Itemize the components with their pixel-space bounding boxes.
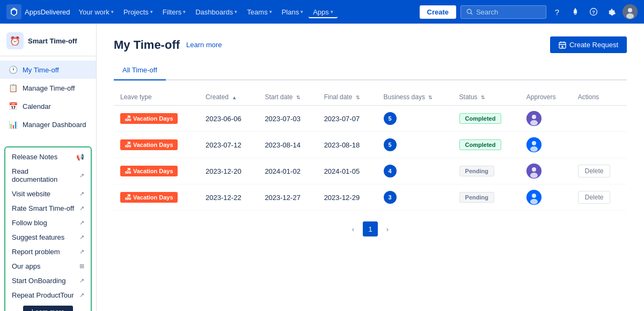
cell-status: Pending	[453, 184, 520, 211]
sidebar-item-suggest-features[interactable]: Suggest features ↗	[5, 230, 91, 245]
cell-created: 2023-06-06	[199, 106, 258, 132]
svg-point-11	[530, 120, 538, 125]
col-approvers: Approvers	[520, 89, 572, 106]
nav-filters[interactable]: Filters ▾	[158, 6, 190, 18]
help-circle-icon[interactable]: ?	[550, 4, 565, 19]
sidebar-item-our-apps[interactable]: Our apps ⊞	[5, 259, 91, 273]
col-final-date[interactable]: Final date ⇅	[318, 89, 377, 106]
svg-point-20	[530, 199, 538, 204]
table-row: 🏖 Vacation Days 2023-06-06 2023-07-03 20…	[114, 106, 627, 132]
sidebar-item-label: Suggest features	[12, 233, 75, 241]
top-navigation: AppsDelivered Your work ▾ Projects ▾ Fil…	[0, 0, 644, 24]
question-icon[interactable]: ?	[586, 4, 601, 19]
announcement-icon: 📢	[76, 153, 84, 161]
sidebar-item-read-docs[interactable]: Read documentation ↗	[5, 164, 91, 187]
learn-more-button[interactable]: Learn more	[23, 306, 73, 311]
business-days-badge: 5	[384, 138, 397, 151]
sidebar-app-title: Smart Time-off	[28, 37, 77, 45]
table-header: Leave type Created ▲ Start date ⇅ Final …	[114, 89, 627, 106]
sidebar-item-label: Repeat ProductTour	[12, 291, 75, 299]
sidebar-item-calendar[interactable]: 📅 Calendar	[0, 97, 96, 115]
calendar-plus-icon	[559, 41, 566, 49]
cell-actions: Delete	[572, 158, 627, 184]
sidebar-item-visit-website[interactable]: Visit website ↗	[5, 187, 91, 201]
nav-apps[interactable]: Apps ▾	[309, 6, 338, 18]
sidebar-item-manager-dashboard[interactable]: 📊 Manager Dashboard	[0, 115, 96, 134]
apps-icon: ⊞	[79, 263, 84, 270]
table-row: 🏖 Vacation Days 2023-07-12 2023-08-14 20…	[114, 132, 627, 158]
clipboard-icon: 📋	[8, 83, 18, 93]
col-created[interactable]: Created ▲	[199, 89, 258, 106]
sidebar-item-my-timeoff[interactable]: 🕐 My Time-off	[0, 61, 96, 79]
page-title: My Time-off	[114, 38, 180, 52]
pagination: ‹ 1 ›	[114, 221, 627, 236]
cell-actions: Delete	[572, 184, 627, 211]
tab-all-timeoff[interactable]: All Time-off	[114, 62, 166, 80]
app-name: AppsDelivered	[25, 8, 70, 16]
cell-created: 2023-12-22	[199, 184, 258, 211]
page-header: My Time-off Learn more Create Request	[114, 36, 627, 53]
user-avatar[interactable]	[623, 4, 638, 19]
sidebar-item-report-problem[interactable]: Report problem ↗	[5, 245, 91, 259]
status-badge: Pending	[459, 166, 494, 176]
cell-leave-type: 🏖 Vacation Days	[114, 106, 199, 132]
cell-created: 2023-12-20	[199, 158, 258, 184]
sidebar-item-label: Release Notes	[12, 153, 72, 161]
cell-final-date: 2023-12-29	[318, 184, 377, 211]
sort-arrow-icon: ⇅	[296, 95, 301, 100]
nav-projects[interactable]: Projects ▾	[119, 6, 157, 18]
create-request-button[interactable]: Create Request	[550, 36, 627, 53]
sort-arrow-icon: ⇅	[356, 95, 360, 100]
cell-approvers	[520, 184, 572, 211]
nav-dashboards[interactable]: Dashboards ▾	[191, 6, 241, 18]
svg-point-7	[626, 13, 634, 19]
cell-final-date: 2024-01-05	[318, 158, 377, 184]
sidebar-item-rate[interactable]: Rate Smart Time-off ↗	[5, 201, 91, 216]
create-button[interactable]: Create	[420, 5, 456, 19]
col-business-days[interactable]: Business days ⇅	[377, 89, 453, 106]
delete-button[interactable]: Delete	[578, 165, 611, 177]
sidebar-item-label: Report problem	[12, 248, 75, 256]
search-input[interactable]	[476, 8, 540, 16]
col-start-date[interactable]: Start date ⇅	[258, 89, 317, 106]
sidebar-item-label: Rate Smart Time-off	[12, 204, 75, 212]
page-1-button[interactable]: 1	[363, 221, 378, 236]
learn-more-link[interactable]: Learn more	[186, 41, 222, 49]
cell-business-days: 4	[377, 158, 453, 184]
col-status[interactable]: Status ⇅	[453, 89, 520, 106]
nav-plans[interactable]: Plans ▾	[277, 6, 308, 18]
chevron-down-icon: ▾	[301, 9, 303, 14]
cell-leave-type: 🏖 Vacation Days	[114, 184, 199, 211]
cell-actions	[572, 106, 627, 132]
cell-start-date: 2023-08-14	[258, 132, 317, 158]
search-box[interactable]	[460, 5, 546, 19]
sidebar-item-repeat-tour[interactable]: Repeat ProductTour ↗	[5, 288, 91, 302]
nav-your-work[interactable]: Your work ▾	[75, 6, 118, 18]
chevron-down-icon: ▾	[150, 9, 153, 14]
sidebar-item-release-notes[interactable]: Release Notes 📢	[5, 150, 91, 164]
next-page-button[interactable]: ›	[380, 221, 395, 236]
svg-point-16	[532, 167, 536, 172]
app-logo[interactable]: AppsDelivered	[6, 4, 70, 19]
chevron-down-icon: ▾	[269, 9, 272, 14]
vacation-icon: 🏖	[125, 141, 131, 149]
sidebar-item-start-onboarding[interactable]: Start OnBoarding ↗	[5, 273, 91, 288]
table-body: 🏖 Vacation Days 2023-06-06 2023-07-03 20…	[114, 106, 627, 211]
sidebar-item-manage-timeoff[interactable]: 📋 Manage Time-off	[0, 79, 96, 97]
leave-type-badge: 🏖 Vacation Days	[120, 192, 178, 203]
svg-point-14	[530, 146, 538, 152]
sidebar: ⏰ Smart Time-off 🕐 My Time-off 📋 Manage …	[0, 24, 97, 311]
sort-arrow-icon: ⇅	[481, 95, 485, 100]
main-navigation: Your work ▾ Projects ▾ Filters ▾ Dashboa…	[75, 6, 415, 18]
cell-final-date: 2023-08-18	[318, 132, 377, 158]
sort-arrow-icon: ⇅	[428, 95, 433, 100]
clock-icon: 🕐	[8, 64, 18, 75]
notification-bell-icon[interactable]	[568, 4, 583, 19]
settings-icon[interactable]	[604, 4, 619, 19]
prev-page-button[interactable]: ‹	[346, 221, 361, 236]
delete-button[interactable]: Delete	[578, 191, 611, 204]
calendar-icon: 📅	[8, 101, 18, 112]
sidebar-item-follow-blog[interactable]: Follow blog ↗	[5, 216, 91, 230]
nav-teams[interactable]: Teams ▾	[243, 6, 276, 18]
sidebar-popup-section: Release Notes 📢 Read documentation ↗ Vis…	[4, 146, 92, 311]
